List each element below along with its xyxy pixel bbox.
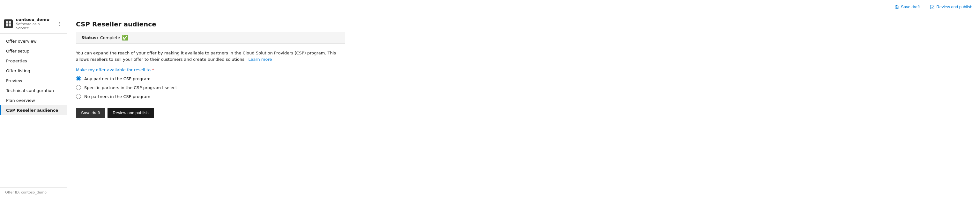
radio-item-no-partners[interactable]: No partners in the CSP program bbox=[76, 94, 345, 99]
status-complete-icon: ✅ bbox=[122, 35, 128, 41]
technical-configuration-label: Technical configuration bbox=[6, 88, 54, 93]
sidebar-item-plan-overview[interactable]: Plan overview bbox=[0, 96, 67, 106]
offer-overview-label: Offer overview bbox=[6, 39, 37, 44]
plan-overview-label: Plan overview bbox=[6, 98, 35, 103]
radio-any-partner-label: Any partner in the CSP program bbox=[84, 76, 151, 81]
sidebar-org-info: contoso_demo Software as a Service bbox=[16, 17, 52, 30]
review-publish-icon bbox=[930, 5, 934, 9]
radio-item-any-partner[interactable]: Any partner in the CSP program bbox=[76, 76, 345, 81]
description-content: You can expand the reach of your offer b… bbox=[76, 50, 336, 62]
action-buttons: Save draft Review and publish bbox=[76, 108, 345, 118]
sidebar-item-preview[interactable]: Preview bbox=[0, 76, 67, 86]
logo-icon bbox=[5, 21, 11, 27]
preview-label: Preview bbox=[6, 78, 22, 83]
radio-section-label: Make my offer available for resell to * bbox=[76, 68, 345, 72]
content-area: CSP Reseller audience Status: Complete ✅… bbox=[67, 14, 980, 197]
required-indicator: * bbox=[152, 68, 154, 72]
svg-rect-0 bbox=[6, 21, 8, 24]
org-name: contoso_demo bbox=[16, 17, 52, 22]
radio-specific-partners-input[interactable] bbox=[76, 85, 81, 90]
sidebar-item-offer-setup[interactable]: Offer setup bbox=[0, 46, 67, 56]
csp-reseller-audience-label: CSP Reseller audience bbox=[6, 108, 58, 113]
offer-setup-label: Offer setup bbox=[6, 49, 29, 54]
sidebar-item-properties[interactable]: Properties bbox=[0, 56, 67, 66]
top-review-publish-label: Review and publish bbox=[936, 5, 972, 9]
org-subtitle: Software as a Service bbox=[16, 22, 52, 30]
top-save-draft-button[interactable]: Save draft bbox=[892, 3, 922, 11]
sidebar-collapse-button[interactable]: ⋮ bbox=[56, 20, 63, 28]
sidebar-item-offer-listing[interactable]: Offer listing bbox=[0, 66, 67, 76]
radio-no-partners-input[interactable] bbox=[76, 94, 81, 99]
radio-specific-partners-label: Specific partners in the CSP program I s… bbox=[84, 85, 177, 90]
description-text: You can expand the reach of your offer b… bbox=[76, 50, 345, 62]
status-value: Complete bbox=[100, 35, 120, 40]
content-inner: CSP Reseller audience Status: Complete ✅… bbox=[67, 14, 354, 124]
sidebar-item-technical-configuration[interactable]: Technical configuration bbox=[0, 86, 67, 96]
svg-rect-1 bbox=[9, 21, 11, 24]
app-shell: Save draft Review and publish bbox=[0, 0, 980, 197]
top-bar-actions: Save draft Review and publish bbox=[892, 3, 975, 11]
top-review-publish-button[interactable]: Review and publish bbox=[928, 3, 975, 11]
status-bar: Status: Complete ✅ bbox=[76, 32, 345, 44]
offer-id: Offer ID: contoso_demo bbox=[0, 188, 67, 197]
radio-no-partners-label: No partners in the CSP program bbox=[84, 94, 150, 99]
sidebar-header: contoso_demo Software as a Service ⋮ bbox=[0, 14, 67, 34]
top-bar: Save draft Review and publish bbox=[0, 0, 980, 14]
offer-listing-label: Offer listing bbox=[6, 68, 30, 73]
radio-item-specific-partners[interactable]: Specific partners in the CSP program I s… bbox=[76, 85, 345, 90]
svg-rect-2 bbox=[6, 24, 8, 27]
main-area: contoso_demo Software as a Service ⋮ Off… bbox=[0, 14, 980, 197]
app-logo bbox=[4, 19, 13, 28]
radio-any-partner-input[interactable] bbox=[76, 76, 81, 81]
save-draft-button[interactable]: Save draft bbox=[76, 108, 105, 118]
status-label: Status: bbox=[81, 35, 98, 40]
svg-rect-3 bbox=[9, 24, 11, 27]
learn-more-link[interactable]: Learn more bbox=[248, 57, 272, 62]
properties-label: Properties bbox=[6, 58, 27, 63]
review-publish-button[interactable]: Review and publish bbox=[108, 108, 154, 118]
sidebar-item-csp-reseller-audience[interactable]: CSP Reseller audience bbox=[0, 106, 67, 115]
top-save-draft-label: Save draft bbox=[901, 5, 920, 9]
sidebar: contoso_demo Software as a Service ⋮ Off… bbox=[0, 14, 67, 197]
page-title: CSP Reseller audience bbox=[76, 20, 345, 28]
radio-group: Any partner in the CSP program Specific … bbox=[76, 76, 345, 99]
sidebar-nav: Offer overview Offer setup Properties Of… bbox=[0, 34, 67, 188]
sidebar-item-offer-overview[interactable]: Offer overview bbox=[0, 36, 67, 46]
save-draft-icon bbox=[894, 5, 899, 9]
